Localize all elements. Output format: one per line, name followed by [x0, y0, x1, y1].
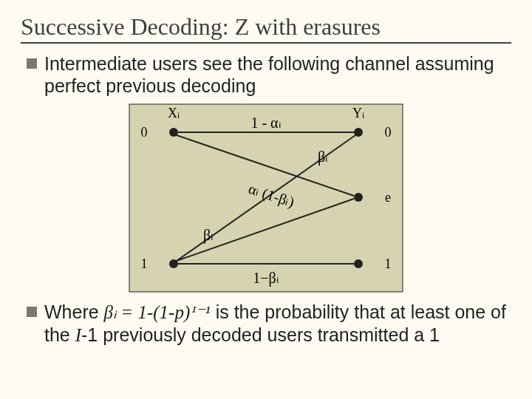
label-top-prob: 1 - αᵢ [250, 115, 281, 131]
label-beta-lower: βᵢ [203, 227, 214, 244]
label-right-e: e [385, 190, 391, 205]
channel-diagram: Xᵢ Yᵢ 0 0 e 1 1 1 - αᵢ βᵢ αᵢ (1-βᵢ) βᵢ 1… [107, 103, 425, 293]
bullet-1-text: Intermediate users see the following cha… [44, 52, 511, 97]
svg-point-3 [354, 193, 363, 202]
label-bottom-prob: 1−βᵢ [253, 270, 279, 287]
bullet-square-icon [27, 58, 37, 69]
slide-title: Successive Decoding: Z with erasures [21, 13, 511, 44]
label-xi: Xᵢ [168, 106, 180, 120]
bullet-square-icon [27, 307, 37, 317]
label-right-0: 0 [385, 125, 392, 140]
label-beta-upper: βᵢ [318, 149, 328, 166]
label-yi: Yᵢ [352, 106, 364, 120]
bullet-2: Where βᵢ = 1-(1-p)ᶦ⁻¹ is the probability… [27, 301, 511, 347]
svg-point-5 [354, 259, 363, 268]
label-left-1: 1 [141, 256, 148, 271]
label-right-1: 1 [385, 256, 392, 271]
bullet-2-text: Where βᵢ = 1-(1-p)ᶦ⁻¹ is the probability… [44, 301, 511, 347]
bullet-1: Intermediate users see the following cha… [27, 52, 511, 97]
label-left-0: 0 [141, 125, 148, 140]
